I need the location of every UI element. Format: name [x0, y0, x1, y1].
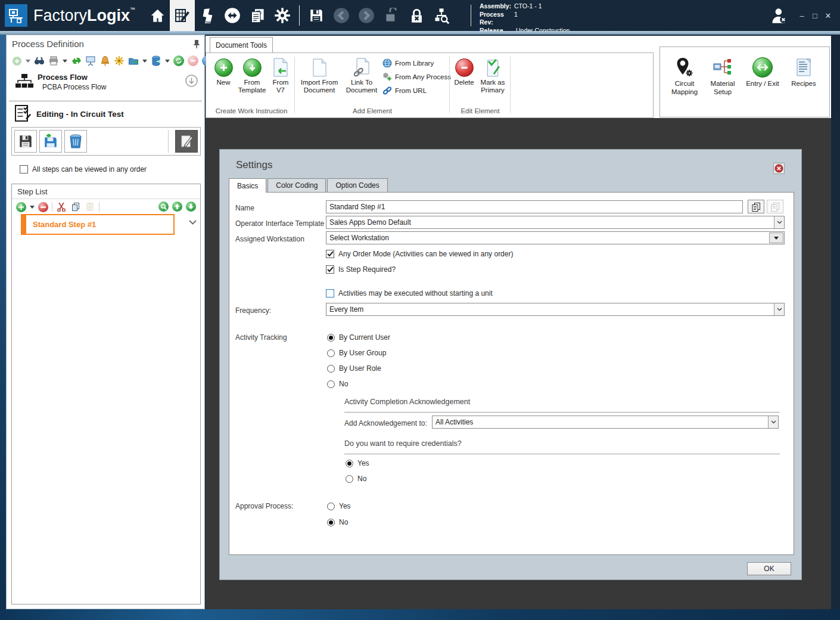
any-order-mode-row[interactable]: Any Order Mode (Activities can be viewed…	[326, 250, 513, 258]
tracking-by-current-user[interactable]: By Current User	[327, 333, 390, 342]
workstation-select[interactable]: Select Workstation	[326, 231, 785, 244]
copy-name-button[interactable]	[748, 200, 764, 213]
tab-basics[interactable]: Basics	[229, 178, 266, 193]
reports-button[interactable]	[245, 0, 270, 31]
print-button[interactable]	[48, 55, 59, 66]
pin-button[interactable]	[192, 39, 201, 49]
dialog-close-button[interactable]	[773, 163, 785, 174]
import-step-button[interactable]	[39, 130, 62, 153]
dependencies-button[interactable]	[71, 55, 82, 66]
mark-as-primary-button[interactable]: Mark as Primary	[478, 56, 508, 94]
delete-data-button[interactable]	[151, 55, 161, 66]
undo-button[interactable]	[329, 0, 354, 31]
maximize-button[interactable]: □	[808, 7, 822, 24]
tab-option-codes[interactable]: Option Codes	[327, 178, 387, 192]
radio[interactable]	[327, 349, 335, 357]
move-up-button[interactable]	[172, 202, 182, 212]
radio[interactable]	[327, 380, 335, 388]
tab-color-coding[interactable]: Color Coding	[267, 178, 326, 192]
export-dropdown[interactable]	[142, 55, 147, 66]
from-v7-button[interactable]: From V7	[269, 56, 292, 94]
paste-button[interactable]	[85, 202, 95, 212]
production-button[interactable]	[195, 0, 220, 31]
find-button[interactable]	[34, 55, 45, 66]
no-unit-row[interactable]: Activities may be executed without start…	[326, 289, 493, 297]
edit-step-button[interactable]	[175, 130, 198, 153]
move-down-button[interactable]	[186, 202, 196, 212]
recipes-button[interactable]: Recipes	[786, 55, 821, 88]
radio[interactable]	[327, 365, 335, 373]
print-dropdown[interactable]	[63, 55, 67, 66]
approval-no[interactable]: No	[327, 518, 348, 526]
delete-step-button[interactable]	[64, 130, 87, 153]
minimize-button[interactable]: –	[795, 7, 808, 24]
unlock-button[interactable]	[379, 0, 404, 31]
tab-document-tools[interactable]: Document Tools	[210, 37, 273, 53]
copy-button[interactable]	[70, 202, 81, 212]
approval-yes[interactable]: Yes	[327, 502, 351, 510]
transfer-button[interactable]	[220, 0, 245, 31]
step-required-row[interactable]: Is Step Required?	[326, 265, 396, 274]
radio-selected[interactable]	[327, 334, 335, 342]
stop-button[interactable]	[188, 55, 198, 66]
entry-exit-button[interactable]: Entry / Exit	[742, 55, 783, 88]
tracking-no[interactable]: No	[327, 380, 348, 388]
radio-selected[interactable]	[327, 519, 335, 526]
frequency-select[interactable]: Every Item	[326, 303, 785, 316]
remove-step-button[interactable]	[38, 202, 48, 212]
step-item-expander[interactable]	[189, 220, 197, 225]
any-order-checkbox[interactable]	[20, 165, 28, 173]
import-from-document-button[interactable]: Import From Document	[298, 56, 341, 94]
options-gear-button[interactable]	[114, 55, 125, 66]
ack-select[interactable]: All Activities	[432, 416, 779, 429]
delete-element-button[interactable]: Delete	[452, 56, 477, 86]
tracking-by-user-group[interactable]: By User Group	[327, 349, 386, 357]
logout-user-button[interactable]	[767, 4, 791, 27]
step-required-checkbox[interactable]	[326, 265, 334, 274]
locate-step-button[interactable]	[158, 202, 169, 212]
delete-data-dropdown[interactable]	[165, 55, 170, 66]
any-order-mode-checkbox[interactable]	[326, 250, 334, 258]
material-setup-button[interactable]: Material Setup	[704, 55, 741, 96]
save-step-button[interactable]	[14, 130, 37, 153]
from-library-button[interactable]: From Library	[382, 58, 434, 68]
home-button[interactable]	[145, 0, 170, 31]
presentation-button[interactable]	[85, 55, 96, 66]
save-button[interactable]	[304, 0, 329, 31]
name-input[interactable]	[326, 200, 743, 213]
redo-button[interactable]	[354, 0, 379, 31]
add-step-button[interactable]	[16, 202, 26, 212]
ok-button[interactable]: OK	[747, 562, 791, 575]
add-step-dropdown[interactable]	[30, 202, 35, 212]
lock-close-button[interactable]	[404, 0, 429, 31]
radio[interactable]	[327, 503, 335, 510]
cut-button[interactable]	[56, 202, 67, 212]
radio[interactable]	[346, 475, 353, 483]
notify-button[interactable]	[99, 55, 110, 66]
export-button[interactable]	[128, 55, 139, 66]
process-flow-subtitle[interactable]: PCBA Process Flow	[42, 83, 106, 91]
settings-button[interactable]	[270, 0, 295, 31]
new-button[interactable]: New	[212, 56, 235, 86]
any-order-checkbox-row[interactable]: All steps can be viewed in any order	[20, 165, 147, 173]
link-to-document-button[interactable]: Link To Document	[343, 56, 380, 94]
tracking-by-user-role[interactable]: By User Role	[327, 364, 381, 373]
step-list-item[interactable]: Standard Step #1	[21, 214, 175, 235]
process-search-button[interactable]	[429, 0, 454, 31]
no-unit-checkbox[interactable]	[326, 289, 334, 297]
paste-name-button[interactable]	[767, 200, 783, 213]
from-template-button[interactable]: From Template	[236, 56, 268, 94]
credentials-no[interactable]: No	[346, 475, 366, 483]
collapse-button[interactable]	[185, 75, 198, 87]
radio-selected[interactable]	[346, 460, 353, 467]
add-button[interactable]	[11, 55, 22, 66]
close-button[interactable]: ✕	[822, 7, 835, 24]
refresh-button[interactable]	[173, 55, 184, 66]
circuit-mapping-button[interactable]: Circuit Mapping	[666, 55, 703, 96]
add-dropdown[interactable]	[26, 55, 30, 66]
process-designer-button[interactable]	[170, 0, 195, 31]
from-url-button[interactable]: From URL	[382, 86, 427, 95]
credentials-yes[interactable]: Yes	[346, 459, 369, 467]
from-any-process-button[interactable]: From Any Process	[382, 72, 451, 82]
template-select[interactable]: Sales Apps Demo Default	[326, 216, 785, 229]
